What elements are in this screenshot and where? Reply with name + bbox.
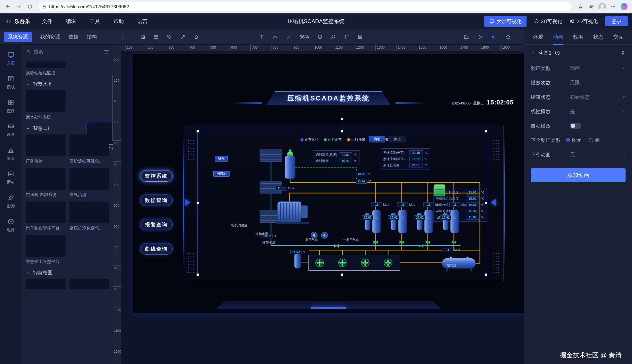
valve-icon[interactable]	[418, 244, 423, 248]
value-chip[interactable]: 15.92℃	[362, 215, 378, 220]
drain-tank[interactable]	[294, 253, 301, 268]
dropdown-icon[interactable]	[622, 110, 626, 114]
frame-icon[interactable]	[342, 33, 351, 41]
rail-item-template[interactable]: 模板	[0, 71, 22, 94]
share-icon[interactable]	[490, 33, 498, 41]
menu-file[interactable]: 文件	[42, 18, 52, 25]
value-chip[interactable]: 11Mpa	[371, 202, 389, 207]
scada-title-banner[interactable]: 压缩机SCADA监控系统	[266, 91, 390, 105]
equipment-label[interactable]: 进气	[215, 156, 228, 162]
zoom-value[interactable]: 56%	[298, 34, 311, 40]
resource-thumb[interactable]: 汽车制造管控平台	[26, 202, 66, 231]
cloud-icon[interactable]	[504, 33, 512, 41]
cooling-manifold[interactable]	[309, 255, 400, 270]
copilot-icon[interactable]	[620, 2, 628, 11]
resource-thumb[interactable]	[26, 279, 66, 289]
value-chip[interactable]: 11Mpa	[449, 202, 467, 207]
login-button[interactable]: 登录	[605, 16, 628, 26]
heat-exchanger-1[interactable]	[260, 149, 282, 162]
rail-item-device[interactable]: 设备	[0, 118, 22, 142]
value-chip[interactable]: 15.92℃	[356, 172, 372, 176]
resource-thumb[interactable]: 空压机 内部系统	[26, 168, 66, 198]
rail-item-graphic[interactable]: 图形	[0, 190, 22, 213]
delete-animation-icon[interactable]	[620, 50, 626, 56]
equipment-label[interactable]: 润滑油	[214, 171, 230, 177]
browser-back-icon[interactable]	[4, 2, 12, 11]
menu-edit[interactable]: 编辑	[66, 18, 76, 25]
play-animation-icon[interactable]	[554, 50, 560, 56]
dropdown-icon[interactable]	[622, 152, 626, 156]
save-icon[interactable]	[138, 33, 147, 41]
resource-thumb[interactable]: 空压机净化空气...	[70, 202, 109, 231]
view-3d-button[interactable]: 3D可视化	[534, 18, 562, 25]
menu-language[interactable]: 语言	[137, 18, 148, 25]
artboard[interactable]: 压缩机SCADA监控系统 2025-08-05 星期二 15:02:05 正在运…	[132, 54, 524, 313]
radio-group[interactable]: 组	[589, 137, 600, 144]
menu-monitor-system[interactable]: 监控系统	[140, 170, 173, 182]
list-view-icon[interactable]	[104, 49, 109, 54]
rail-item-component[interactable]: 组件	[0, 214, 22, 237]
props-tab-appearance[interactable]: 外观	[533, 29, 543, 45]
menu-alarm-query[interactable]: 报警查询	[140, 219, 173, 230]
value-chip[interactable]: 11Mpa	[423, 202, 441, 207]
browser-profile-avatar[interactable]	[598, 2, 607, 11]
canvas-viewport[interactable]: 压缩机SCADA监控系统 2025-08-05 星期二 15:02:05 正在运…	[122, 51, 524, 364]
tab-my-resources[interactable]: 我的资源	[40, 34, 60, 40]
green-compressor[interactable]	[434, 184, 445, 196]
props-tab-state[interactable]: 状态	[593, 29, 604, 45]
value-chip[interactable]: 11Mpa	[442, 248, 460, 252]
value-chip[interactable]: 15.92℃	[440, 215, 456, 220]
props-tab-animation[interactable]: 动画	[553, 29, 563, 45]
tag-icon[interactable]	[165, 33, 174, 41]
dropdown-icon[interactable]	[622, 66, 626, 70]
refresh-zoom-icon[interactable]	[316, 33, 324, 41]
browser-refresh-icon[interactable]	[25, 2, 34, 11]
app-logo[interactable]: 乐吾乐	[0, 18, 36, 25]
resource-thumb[interactable]: 高炉炼铁可视化...	[70, 134, 109, 164]
value-chip[interactable]: 11.00Mpa	[276, 186, 294, 190]
menu-help[interactable]: 帮助	[114, 18, 124, 25]
menu-curve-query[interactable]: 曲线查询	[140, 243, 173, 254]
wand-icon[interactable]	[179, 33, 187, 41]
auto-play-toggle[interactable]	[570, 123, 582, 129]
main-motor[interactable]	[276, 202, 309, 224]
card-icon[interactable]	[152, 33, 160, 41]
table-icon[interactable]	[356, 33, 364, 41]
shrink-icon[interactable]	[329, 33, 338, 41]
browser-more-icon[interactable]	[609, 2, 618, 11]
resource-thumb[interactable]: 换热站远程监控...	[26, 62, 66, 76]
resource-thumb[interactable]	[70, 279, 109, 289]
dropdown-icon[interactable]	[622, 95, 626, 99]
view-2d-button[interactable]: 2D可视化	[570, 18, 598, 25]
stage-tanks[interactable]	[365, 210, 459, 233]
props-tab-data[interactable]: 数据	[573, 29, 583, 45]
menu-data-query[interactable]: 数据查询	[140, 194, 173, 206]
value-chip[interactable]: 15.92℃	[290, 250, 306, 254]
value-chip[interactable]: 15.92℃	[356, 179, 372, 184]
section-smart-water[interactable]: 智慧水务	[26, 81, 109, 87]
curve-tool-icon[interactable]	[271, 33, 280, 41]
line-tool-icon[interactable]	[284, 33, 293, 41]
browser-collections-icon[interactable]	[587, 2, 596, 11]
scada-datetime[interactable]: 2025-08-05 星期二 15:02:05	[452, 99, 514, 106]
section-smart-campus[interactable]: 智慧校园	[26, 270, 109, 276]
tab-system-resources[interactable]: 系统资源	[4, 32, 32, 42]
value-chip[interactable]: 15.92℃	[414, 215, 430, 220]
props-tab-interaction[interactable]: 交互	[613, 29, 624, 45]
value-chip[interactable]: 11Mpa	[397, 202, 415, 207]
text-tool-icon[interactable]: T	[258, 33, 266, 41]
value-chip[interactable]: 15.92℃	[388, 215, 404, 220]
url-bar[interactable]: https://v.le5le.com/?r=1754377309052	[38, 2, 572, 12]
rail-item-widget[interactable]: 控件	[0, 95, 22, 118]
rotate-handle[interactable]	[341, 118, 343, 120]
rail-item-material[interactable]: 素材	[0, 166, 22, 189]
tab-structure[interactable]: 结构	[87, 34, 97, 40]
preview-icon[interactable]	[476, 33, 484, 41]
tab-data[interactable]: 数据	[68, 34, 78, 40]
browser-favorite-icon[interactable]	[576, 2, 585, 11]
collapse-icon[interactable]	[531, 50, 535, 55]
folder-icon[interactable]	[462, 33, 470, 41]
browser-forward-icon[interactable]	[14, 2, 23, 11]
resource-thumb[interactable]: 废水处理系统	[26, 90, 66, 120]
add-icon[interactable]	[118, 33, 127, 41]
